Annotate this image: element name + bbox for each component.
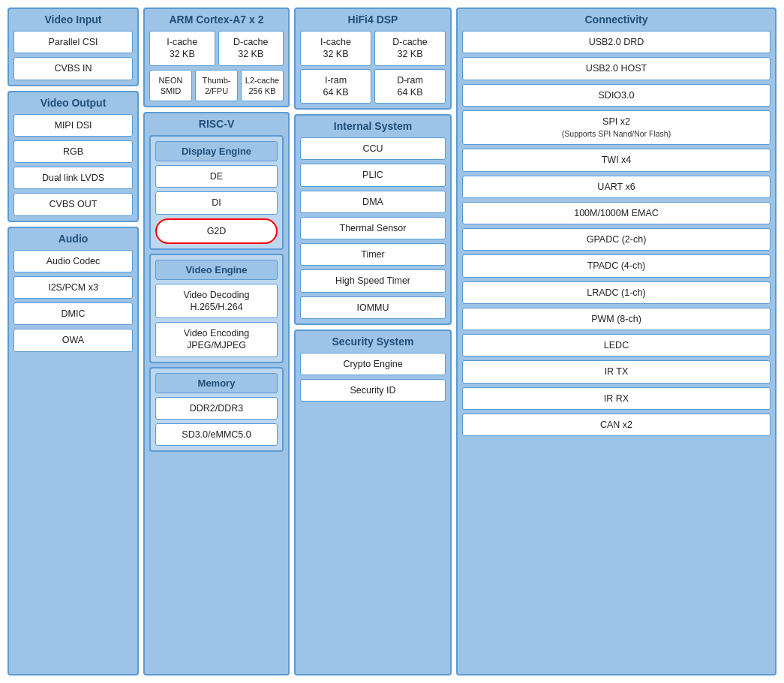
video-decoding: Video DecodingH.265/H.264 xyxy=(155,284,278,319)
can-x2: CAN x2 xyxy=(462,414,770,436)
arm-cortex-box: ARM Cortex-A7 x 2 I-cache32 KB D-cache32… xyxy=(143,8,290,107)
sdio30: SDIO3.0 xyxy=(462,84,770,107)
hifi4-box: HiFi4 DSP I-cache32 KB D-cache32 KB I-ra… xyxy=(294,8,452,110)
dma: DMA xyxy=(300,191,446,213)
audio-codec: Audio Codec xyxy=(14,250,133,272)
hifi-dcache: D-cache32 KB xyxy=(374,31,446,66)
security-id: Security ID xyxy=(300,379,446,402)
usb2-drd: USB2.0 DRD xyxy=(462,31,770,53)
arm-dcache: D-cache32 KB xyxy=(218,31,284,66)
arm-icache: I-cache32 KB xyxy=(149,31,215,66)
spi-x2-label: SPI x2 xyxy=(602,116,630,127)
riscv-box: RISC-V Display Engine DE DI G2D Video En… xyxy=(143,112,290,675)
spi-note: (Supports SPI Nand/Nor Flash) xyxy=(562,129,671,138)
sd30-emmc: SD3.0/eMMC5.0 xyxy=(155,423,278,446)
thermal-sensor: Thermal Sensor xyxy=(300,217,446,239)
hifi-dram: D-ram64 KB xyxy=(374,69,446,104)
emac: 100M/1000M EMAC xyxy=(462,202,770,224)
arm-thumb: Thumb-2/FPU xyxy=(195,70,238,102)
audio-box: Audio Audio Codec I2S/PCM x3 DMIC OWA xyxy=(8,227,139,676)
video-output-box: Video Output MIPI DSI RGB Dual link LVDS… xyxy=(8,91,139,222)
iommu: IOMMU xyxy=(300,296,446,319)
ccu: CCU xyxy=(300,137,446,160)
hifi-icache: I-cache32 KB xyxy=(300,31,371,66)
plic: PLIC xyxy=(300,164,446,186)
i2s-pcm: I2S/PCM x3 xyxy=(14,276,133,299)
video-input-box: Video Input Parallel CSI CVBS IN xyxy=(8,8,139,86)
display-engine-title: Display Engine xyxy=(155,141,278,161)
security-system-box: Security System Crypto Engine Security I… xyxy=(294,329,452,675)
hifi4-title: HiFi4 DSP xyxy=(300,14,446,27)
pwm: PWM (8-ch) xyxy=(462,308,770,330)
tpadc: TPADC (4-ch) xyxy=(462,254,770,277)
memory-title: Memory xyxy=(155,373,278,393)
internal-system-box: Internal System CCU PLIC DMA Thermal Sen… xyxy=(294,114,452,325)
internal-system-title: Internal System xyxy=(300,120,446,134)
parallel-csi: Parallel CSI xyxy=(14,31,133,53)
ledc: LEDC xyxy=(462,334,770,357)
audio-title: Audio xyxy=(14,233,133,246)
rgb: RGB xyxy=(14,140,133,163)
crypto-engine: Crypto Engine xyxy=(300,353,446,375)
connectivity-title: Connectivity xyxy=(462,14,770,27)
de-item: DE xyxy=(155,165,278,188)
video-engine-box: Video Engine Video DecodingH.265/H.264 V… xyxy=(149,254,284,363)
connectivity-box: Connectivity USB2.0 DRD USB2.0 HOST SDIO… xyxy=(456,8,776,675)
twi-x4: TWI x4 xyxy=(462,149,770,171)
usb2-host: USB2.0 HOST xyxy=(462,57,770,80)
video-input-title: Video Input xyxy=(14,14,133,27)
mipi-dsi: MIPI DSI xyxy=(14,114,133,137)
ir-tx: IR TX xyxy=(462,360,770,383)
lradc: LRADC (1-ch) xyxy=(462,281,770,304)
security-system-title: Security System xyxy=(300,335,446,349)
riscv-title: RISC-V xyxy=(149,118,284,131)
owa: OWA xyxy=(14,329,133,351)
chip-diagram: Video Input Parallel CSI CVBS IN Video O… xyxy=(8,8,776,675)
hifi-iram: I-ram64 KB xyxy=(300,69,371,104)
arm-neon: NEONSMID xyxy=(149,70,192,102)
spi-x2-box: SPI x2 (Supports SPI Nand/Nor Flash) xyxy=(462,110,770,146)
uart-x6: UART x6 xyxy=(462,176,770,198)
gpadc: GPADC (2-ch) xyxy=(462,228,770,251)
display-engine-box: Display Engine DE DI G2D xyxy=(149,135,284,250)
timer: Timer xyxy=(300,243,446,266)
high-speed-timer: High Speed Timer xyxy=(300,269,446,292)
dual-link-lvds: Dual link LVDS xyxy=(14,167,133,189)
ir-rx: IR RX xyxy=(462,387,770,410)
video-engine-title: Video Engine xyxy=(155,260,278,280)
dmic: DMIC xyxy=(14,302,133,325)
memory-box: Memory DDR2/DDR3 SD3.0/eMMC5.0 xyxy=(149,367,284,453)
video-output-title: Video Output xyxy=(14,97,133,110)
ddr2-ddr3: DDR2/DDR3 xyxy=(155,397,278,420)
cvbs-out: CVBS OUT xyxy=(14,193,133,215)
g2d-item: G2D xyxy=(155,218,278,244)
cvbs-in: CVBS IN xyxy=(14,57,133,80)
arm-cortex-title: ARM Cortex-A7 x 2 xyxy=(149,14,284,27)
video-encoding: Video EncodingJPEG/MJPEG xyxy=(155,322,278,357)
di-item: DI xyxy=(155,191,278,214)
arm-l2cache: L2-cache256 KB xyxy=(241,70,284,102)
